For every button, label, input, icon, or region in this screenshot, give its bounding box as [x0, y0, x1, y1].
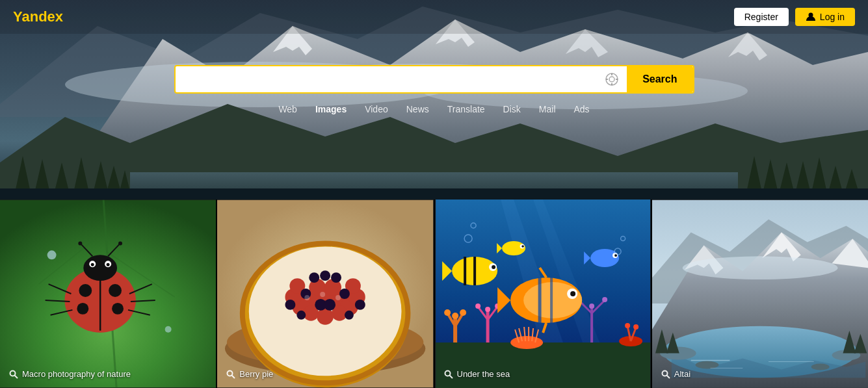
svg-marker-24: [826, 166, 845, 201]
svg-marker-22: [793, 161, 813, 201]
svg-point-127: [602, 297, 607, 302]
svg-point-60: [165, 326, 172, 333]
login-label: Log in: [820, 12, 845, 22]
svg-point-172: [695, 361, 718, 369]
nav-tabs: WebImagesVideoNewsTranslateDiskMailAds: [269, 100, 598, 118]
svg-point-161: [445, 370, 450, 376]
svg-point-93: [297, 311, 306, 320]
header: Yandex Register Log in: [0, 0, 868, 34]
svg-point-109: [452, 313, 458, 319]
svg-point-169: [683, 256, 838, 279]
svg-marker-16: [91, 161, 111, 201]
svg-point-81: [317, 308, 334, 325]
svg-marker-21: [777, 162, 796, 201]
svg-point-89: [331, 272, 341, 283]
svg-point-128: [589, 304, 594, 309]
svg-point-146: [570, 291, 575, 296]
svg-point-132: [625, 323, 630, 328]
svg-point-97: [335, 295, 341, 300]
camera-icon: [605, 72, 619, 86]
svg-point-47: [91, 263, 94, 266]
svg-rect-26: [130, 172, 738, 201]
nav-tab-ads[interactable]: Ads: [565, 100, 599, 118]
svg-line-162: [449, 375, 453, 378]
nav-tab-mail[interactable]: Mail: [530, 100, 565, 118]
grid-image-pie: [217, 200, 433, 388]
nav-tab-disk[interactable]: Disk: [494, 100, 530, 118]
svg-marker-15: [72, 157, 91, 201]
svg-marker-14: [52, 162, 72, 201]
svg-point-85: [324, 299, 335, 311]
user-icon: [806, 12, 816, 22]
svg-point-59: [47, 250, 57, 259]
image-grid: Macro photography of nature: [0, 200, 868, 388]
svg-point-41: [109, 284, 122, 297]
svg-marker-17: [104, 166, 124, 201]
grid-item-label-altai: Altai: [661, 369, 690, 379]
svg-marker-12: [13, 156, 33, 201]
svg-point-173: [811, 363, 829, 370]
svg-point-48: [107, 263, 110, 266]
svg-point-44: [83, 255, 117, 281]
svg-point-115: [485, 307, 490, 312]
svg-marker-18: [117, 170, 133, 201]
svg-line-99: [232, 375, 235, 378]
svg-point-87: [339, 289, 350, 299]
search-button[interactable]: Search: [627, 66, 692, 92]
svg-line-184: [666, 375, 670, 378]
camera-search-button[interactable]: [597, 66, 627, 92]
svg-rect-103: [436, 343, 650, 388]
svg-marker-23: [809, 157, 829, 201]
svg-marker-25: [842, 169, 861, 201]
svg-point-50: [78, 241, 82, 245]
search-input[interactable]: [176, 66, 598, 92]
svg-point-96: [305, 295, 310, 300]
svg-point-98: [228, 370, 233, 376]
svg-point-94: [345, 311, 354, 320]
svg-marker-13: [33, 159, 52, 201]
logo-text: Yandex: [13, 8, 63, 25]
svg-point-108: [460, 309, 466, 316]
grid-item-sea[interactable]: Under the sea: [435, 200, 652, 388]
search-icon: [444, 370, 453, 379]
svg-line-62: [15, 375, 18, 378]
svg-point-42: [77, 303, 88, 315]
svg-point-156: [521, 245, 524, 248]
grid-item-altai[interactable]: Altai: [652, 200, 868, 388]
logo: Yandex: [13, 8, 63, 25]
nav-tab-web[interactable]: Web: [269, 100, 306, 118]
svg-point-183: [662, 370, 667, 376]
svg-marker-20: [761, 159, 780, 201]
search-box: Search: [174, 65, 694, 94]
svg-point-113: [475, 304, 480, 309]
nav-tab-translate[interactable]: Translate: [438, 100, 494, 118]
search-area: Search WebImagesVideoNewsTranslateDiskMa…: [174, 65, 694, 118]
svg-point-61: [10, 370, 16, 376]
register-button[interactable]: Register: [734, 8, 789, 26]
svg-point-29: [609, 77, 614, 82]
svg-marker-7: [728, 32, 767, 60]
svg-point-133: [633, 324, 638, 330]
grid-item-label-sea: Under the sea: [444, 369, 510, 379]
svg-point-116: [510, 336, 543, 349]
grid-item-ladybug[interactable]: Macro photography of nature: [0, 200, 217, 388]
grid-item-label-ladybug: Macro photography of nature: [9, 369, 131, 379]
svg-point-95: [320, 292, 325, 297]
svg-point-52: [118, 241, 122, 245]
header-buttons: Register Log in: [734, 8, 855, 26]
svg-point-107: [444, 309, 451, 316]
nav-tab-images[interactable]: Images: [306, 100, 356, 118]
grid-image-ladybug: [0, 200, 216, 388]
search-icon: [9, 370, 18, 379]
search-icon: [226, 370, 235, 379]
nav-tab-video[interactable]: Video: [356, 100, 397, 118]
search-icon: [661, 370, 670, 379]
svg-point-90: [320, 270, 330, 281]
login-button[interactable]: Log in: [795, 8, 855, 26]
grid-item-pie[interactable]: Berry pie: [217, 200, 434, 388]
svg-marker-19: [744, 156, 764, 201]
grid-image-altai: [652, 200, 868, 388]
grid-image-sea: [435, 200, 651, 388]
nav-tab-news[interactable]: News: [397, 100, 438, 118]
svg-point-88: [309, 272, 320, 283]
